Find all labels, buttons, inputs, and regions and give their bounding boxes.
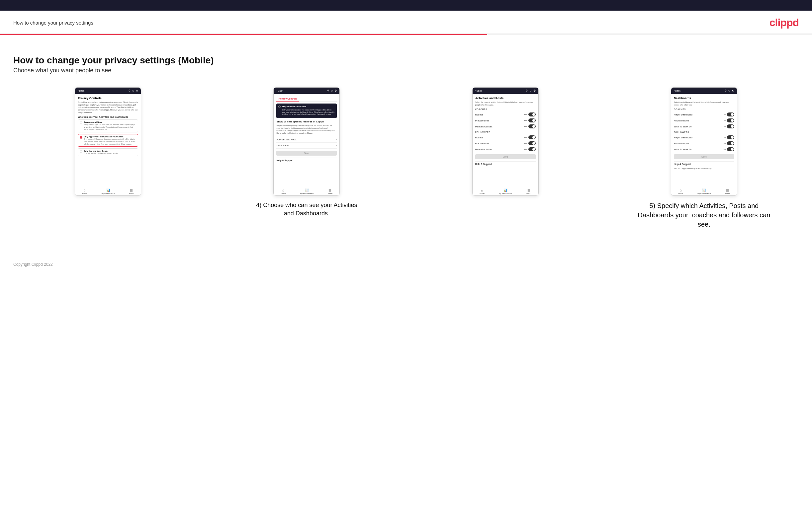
help-support-4[interactable]: Help & Support bbox=[674, 161, 734, 167]
switch-coaches-manual[interactable] bbox=[528, 124, 536, 128]
menu-icon-1: ☰ bbox=[130, 188, 133, 192]
phone-nav-4: ⌂ Home 📊 My Performance ☰ Menu bbox=[671, 187, 737, 195]
toggle-followers-ri-ctrl[interactable]: ON bbox=[723, 142, 734, 145]
nav-menu-label-3: Menu bbox=[526, 192, 531, 194]
option-everyone[interactable]: Everyone on Clippd Everyone on Clippd ca… bbox=[78, 119, 138, 132]
back-button-4[interactable]: ‹ Back bbox=[674, 90, 680, 92]
switch-followers-wtwo[interactable] bbox=[727, 147, 734, 151]
radio-coach-only[interactable] bbox=[80, 150, 82, 153]
nav-home-label-4: Home bbox=[678, 192, 683, 194]
nav-performance-1[interactable]: 📊 My Performance bbox=[101, 188, 114, 194]
menu-row-activities[interactable]: Activities and Posts › bbox=[276, 137, 337, 143]
toggle-followers-drills-ctrl[interactable]: ON bbox=[524, 142, 536, 145]
person-icon-1[interactable]: ☺ bbox=[132, 89, 135, 92]
nav-performance-3[interactable]: 📊 My Performance bbox=[499, 188, 512, 194]
back-button-2[interactable]: ‹ Back bbox=[276, 90, 283, 92]
help-support-2[interactable]: Help & Support bbox=[276, 158, 337, 163]
switch-coaches-wtwo[interactable] bbox=[727, 124, 734, 128]
nav-menu-4[interactable]: ☰ Menu bbox=[725, 188, 730, 194]
phone-header-1: ‹ Back ⚲ ☺ ⚙ bbox=[75, 88, 141, 94]
phone-body-1: Privacy Controls Control how you and you… bbox=[75, 94, 141, 187]
switch-followers-pd[interactable] bbox=[727, 135, 734, 139]
toggle-coaches-manual-ctrl[interactable]: ON bbox=[524, 124, 536, 128]
nav-performance-2[interactable]: 📊 My Performance bbox=[300, 188, 313, 194]
nav-home-1[interactable]: ⌂ Home bbox=[82, 188, 87, 194]
toggle-coaches-drills-ctrl[interactable]: ON bbox=[524, 118, 536, 122]
screen2-section-heading: Show or hide specific features in Clippd bbox=[276, 120, 337, 123]
toggle-followers-drills: Practice Drills ON bbox=[475, 140, 536, 146]
followers-rounds-label: Rounds bbox=[475, 136, 483, 139]
toggle-followers-pd-ctrl[interactable]: ON bbox=[723, 135, 734, 139]
settings-icon-2[interactable]: ⚙ bbox=[335, 89, 337, 92]
switch-coaches-drills[interactable] bbox=[528, 118, 536, 122]
radio-followers[interactable] bbox=[80, 136, 82, 139]
switch-coaches-rounds[interactable] bbox=[528, 112, 536, 116]
on-label-fpd: ON bbox=[723, 136, 726, 138]
back-button-3[interactable]: ‹ Back bbox=[475, 90, 482, 92]
option-everyone-desc: Everyone on Clippd can search for you an… bbox=[84, 123, 135, 130]
screenshot-group-2: ‹ Back ⚲ ☺ ⚙ Privacy Controls bbox=[212, 87, 401, 218]
nav-home-2[interactable]: ⌂ Home bbox=[281, 188, 286, 194]
screen4-title: Dashboards bbox=[674, 97, 734, 100]
nav-home-3[interactable]: ⌂ Home bbox=[479, 188, 485, 194]
toggle-coaches-pd-ctrl[interactable]: ON bbox=[723, 112, 734, 116]
menu-row-dashboards[interactable]: Dashboards › bbox=[276, 143, 337, 149]
nav-menu-1[interactable]: ☰ Menu bbox=[129, 188, 134, 194]
menu-icon-2: ☰ bbox=[328, 188, 332, 192]
nav-performance-label-2: My Performance bbox=[300, 192, 313, 194]
tooltip-title: Only You and Your Coach bbox=[282, 105, 335, 108]
on-label-cpd: ON bbox=[723, 113, 726, 115]
toggle-followers-manual-ctrl[interactable]: ON bbox=[524, 147, 536, 151]
home-icon-2: ⌂ bbox=[282, 188, 284, 192]
radio-everyone[interactable] bbox=[80, 121, 82, 124]
back-button-1[interactable]: ‹ Back bbox=[78, 90, 84, 92]
toggle-followers-player-dash: Player Dashboard ON bbox=[674, 134, 734, 140]
person-icon-3[interactable]: ☺ bbox=[529, 89, 532, 92]
switch-followers-ri[interactable] bbox=[727, 142, 734, 145]
header-icons-4: ⚲ ☺ ⚙ bbox=[725, 89, 734, 92]
tab-privacy-controls[interactable]: Privacy Controls bbox=[276, 97, 299, 102]
on-label-fri: ON bbox=[723, 143, 726, 144]
switch-coaches-ri[interactable] bbox=[727, 118, 734, 122]
on-label-cd: ON bbox=[524, 119, 527, 121]
switch-followers-drills[interactable] bbox=[528, 142, 536, 145]
option-coach-only[interactable]: Only You and Your Coach Only you and the… bbox=[78, 148, 138, 156]
help-support-3[interactable]: Help & Support bbox=[475, 161, 536, 167]
person-icon-4[interactable]: ☺ bbox=[728, 89, 731, 92]
toggle-followers-round-insights: Round Insights ON bbox=[674, 140, 734, 146]
toggle-followers-rounds-ctrl[interactable]: ON bbox=[524, 135, 536, 139]
screen1-intro: Control how you and your data appears to… bbox=[78, 101, 138, 114]
home-icon-1: ⌂ bbox=[84, 188, 86, 192]
search-icon-3[interactable]: ⚲ bbox=[526, 89, 528, 92]
option-followers[interactable]: Only Approved Followers and Your Coach O… bbox=[78, 134, 138, 147]
settings-icon-4[interactable]: ⚙ bbox=[732, 89, 734, 92]
chart-icon-2: 📊 bbox=[305, 188, 309, 192]
toggle-followers-wtwo-ctrl[interactable]: ON bbox=[723, 147, 734, 151]
search-icon-1[interactable]: ⚲ bbox=[129, 89, 131, 92]
nav-performance-4[interactable]: 📊 My Performance bbox=[698, 188, 711, 194]
screen2-section-desc: Regardless of the privacy controls that … bbox=[276, 124, 337, 135]
toggle-coaches-manual: Manual Activities ON bbox=[475, 123, 536, 129]
search-icon-4[interactable]: ⚲ bbox=[725, 89, 727, 92]
switch-followers-rounds[interactable] bbox=[528, 135, 536, 139]
coaches-label-4: COACHES bbox=[674, 108, 734, 111]
search-icon-2[interactable]: ⚲ bbox=[327, 89, 329, 92]
switch-coaches-pd[interactable] bbox=[727, 112, 734, 116]
toggle-coaches-rounds-ctrl[interactable]: ON bbox=[524, 112, 536, 116]
nav-home-4[interactable]: ⌂ Home bbox=[678, 188, 683, 194]
toggle-coaches-ri-ctrl[interactable]: ON bbox=[723, 118, 734, 122]
footer: Copyright Clippd 2022 bbox=[0, 256, 812, 273]
switch-followers-manual[interactable] bbox=[528, 147, 536, 151]
save-button-4[interactable]: Save bbox=[674, 154, 734, 159]
header-title: How to change your privacy settings bbox=[13, 20, 93, 25]
nav-menu-3[interactable]: ☰ Menu bbox=[526, 188, 531, 194]
followers-player-dash-label: Player Dashboard bbox=[674, 136, 693, 139]
toggle-coaches-wtwo-ctrl[interactable]: ON bbox=[723, 124, 734, 128]
person-icon-2[interactable]: ☺ bbox=[331, 89, 333, 92]
save-button-3[interactable]: Save bbox=[475, 154, 536, 159]
nav-menu-2[interactable]: ☰ Menu bbox=[328, 188, 333, 194]
settings-icon-1[interactable]: ⚙ bbox=[136, 89, 138, 92]
save-button-2[interactable]: Save bbox=[276, 151, 337, 156]
nav-menu-label-4: Menu bbox=[725, 192, 730, 194]
settings-icon-3[interactable]: ⚙ bbox=[534, 89, 536, 92]
